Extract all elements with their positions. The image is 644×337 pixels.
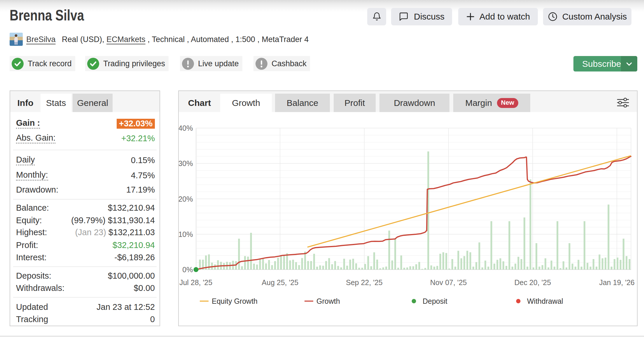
svg-text:Sep 22, '25: Sep 22, '25 xyxy=(346,278,383,287)
svg-text:40%: 40% xyxy=(179,124,193,132)
svg-text:Aug 25, '25: Aug 25, '25 xyxy=(262,278,298,287)
svg-text:Deposit: Deposit xyxy=(423,297,447,305)
svg-text:Withdrawal: Withdrawal xyxy=(527,297,563,305)
svg-text:Jul 28, '25: Jul 28, '25 xyxy=(179,278,212,287)
svg-text:0%: 0% xyxy=(182,266,193,274)
svg-text:30%: 30% xyxy=(179,159,193,167)
svg-text:Equity Growth: Equity Growth xyxy=(212,297,258,305)
svg-text:20%: 20% xyxy=(179,195,193,203)
svg-text:10%: 10% xyxy=(179,230,193,238)
svg-text:Jan 19, '26: Jan 19, '26 xyxy=(599,278,635,287)
svg-text:Nov 07, '25: Nov 07, '25 xyxy=(430,278,467,287)
svg-text:Dec 20, '25: Dec 20, '25 xyxy=(514,278,551,287)
svg-text:Growth: Growth xyxy=(316,297,340,305)
